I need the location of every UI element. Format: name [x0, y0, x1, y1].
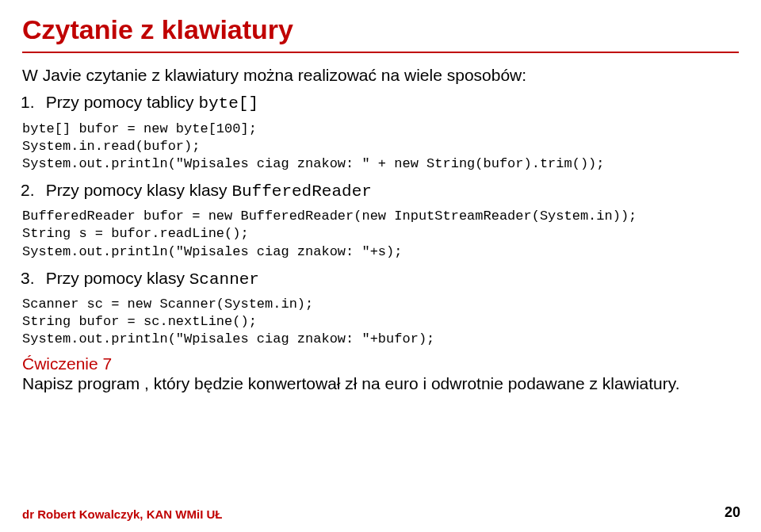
page-number: 20: [725, 504, 740, 521]
list-item-1: 1. Przy pomocy tablicy byte[]: [22, 91, 739, 115]
list-item-3: 3. Przy pomocy klasy Scanner: [22, 267, 739, 291]
slide: Czytanie z klawiatury W Javie czytanie z…: [0, 0, 761, 394]
list-text: Przy pomocy klasy: [46, 269, 189, 287]
list-text: Przy pomocy tablicy: [46, 93, 199, 111]
list-number: 3.: [21, 267, 41, 289]
slide-title: Czytanie z klawiatury: [22, 14, 739, 45]
intro-text: W Javie czytanie z klawiatury można real…: [22, 64, 739, 86]
footer-author: dr Robert Kowalczyk, KAN WMiI UŁ: [22, 507, 223, 521]
code-block-3: Scanner sc = new Scanner(System.in); Str…: [22, 296, 739, 348]
code-block-1: byte[] bufor = new byte[100]; System.in.…: [22, 121, 739, 173]
title-underline: Czytanie z klawiatury: [22, 14, 739, 53]
exercise-body: Napisz program , który będzie konwertowa…: [22, 373, 739, 394]
list-mono: Scanner: [189, 270, 259, 289]
list-mono: byte[]: [198, 94, 258, 113]
exercise-title: Ćwiczenie 7: [22, 354, 739, 373]
list-item-2: 2. Przy pomocy klasy klasy BufferedReade…: [22, 179, 739, 203]
list-number: 1.: [21, 91, 41, 113]
list-mono: BufferedReader: [231, 182, 371, 201]
list-text: Przy pomocy klasy klasy: [46, 181, 232, 199]
code-block-2: BufferedReader bufor = new BufferedReade…: [22, 208, 739, 260]
list-number: 2.: [21, 179, 41, 201]
